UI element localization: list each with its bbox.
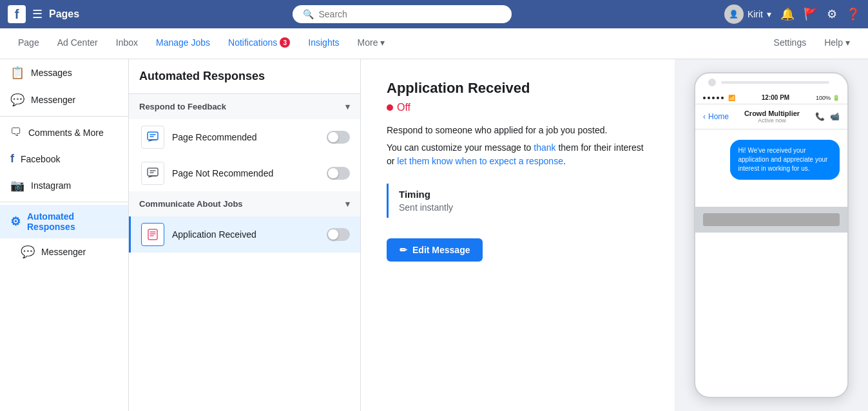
nav-settings[interactable]: Settings — [766, 30, 815, 57]
nav-insights[interactable]: Insights — [300, 30, 347, 57]
keyboard-visual — [703, 213, 840, 226]
gear-icon[interactable]: ⚙ — [827, 7, 837, 21]
section-respond-feedback[interactable]: Respond to Feedback ▾ — [129, 94, 360, 119]
video-call-icon[interactable]: 📹 — [830, 112, 840, 121]
svg-rect-2 — [148, 229, 157, 240]
nav-right: Settings Help ▾ — [766, 30, 858, 57]
phone-status-bar: 📶 12:00 PM 100% 🔋 — [695, 91, 847, 104]
flag-icon[interactable]: 🚩 — [804, 7, 818, 21]
section-communicate-jobs[interactable]: Communicate About Jobs ▾ — [129, 191, 360, 216]
bell-icon[interactable]: 🔔 — [780, 7, 795, 21]
application-received-icon — [141, 223, 164, 246]
section-respond-feedback-label: Respond to Feedback — [139, 102, 226, 111]
sidebar-label-facebook: Facebook — [21, 154, 60, 164]
sidebar-label-comments: Comments & More — [28, 128, 104, 138]
nav-notifications[interactable]: Notifications 3 — [220, 30, 298, 57]
sidebar-item-messenger-sub[interactable]: 💬 Messenger — [0, 238, 128, 265]
messenger-header: ‹ Home Crowd Multiplier Active now 📞 📹 — [695, 104, 847, 129]
sidebar-label-messenger-sub: Messenger — [41, 247, 86, 257]
timing-value: Sent instantly — [399, 202, 639, 213]
messenger-status: Active now — [744, 117, 800, 124]
let-know-link[interactable]: let them know when to expect a response — [397, 156, 563, 166]
phone-preview: 📶 12:00 PM 100% 🔋 ‹ Home Crowd Multiplie… — [675, 59, 868, 411]
nav-ad-center[interactable]: Ad Center — [50, 30, 106, 57]
status-label: Off — [397, 102, 410, 113]
top-bar-right: 👤 Kirit ▾ 🔔 🚩 ⚙ ❓ — [724, 5, 860, 24]
response-page-recommended[interactable]: Page Recommended — [129, 119, 360, 155]
page-recommended-toggle[interactable] — [327, 131, 350, 144]
timing-title: Timing — [399, 189, 639, 200]
status-dot — [387, 104, 393, 111]
phone-frame: 📶 12:00 PM 100% 🔋 ‹ Home Crowd Multiplie… — [694, 72, 849, 398]
middle-panel: Automated Responses Respond to Feedback … — [129, 59, 361, 411]
chevron-down-icon: ▾ — [767, 9, 771, 19]
back-button[interactable]: ‹ Home — [703, 112, 729, 121]
user-pill[interactable]: 👤 Kirit ▾ — [724, 5, 771, 24]
phone-call-icon[interactable]: 📞 — [815, 112, 825, 121]
left-sidebar: 📋 Messages 💬 Messenger 🗨 Comments & More… — [0, 59, 129, 411]
sidebar-label-automated-responses: Automated Responses — [27, 211, 118, 232]
hamburger-menu[interactable]: ☰ — [32, 7, 43, 21]
sidebar-item-automated-responses[interactable]: ⚙ Automated Responses — [0, 205, 128, 238]
battery-icon: 🔋 — [833, 95, 840, 101]
edit-message-label: Edit Message — [412, 245, 470, 255]
phone-time: 12:00 PM — [762, 94, 789, 101]
page-not-recommended-label: Page Not Recommended — [172, 168, 319, 178]
main-layout: 📋 Messages 💬 Messenger 🗨 Comments & More… — [0, 59, 868, 411]
wifi-icon: 📶 — [728, 95, 735, 101]
search-icon: 🔍 — [303, 9, 314, 19]
edit-message-button[interactable]: ✏ Edit Message — [387, 238, 483, 262]
chat-bubble: Hi! We've received your application and … — [730, 140, 840, 180]
help-icon[interactable]: ❓ — [846, 7, 860, 21]
avatar: 👤 — [724, 5, 744, 24]
response-page-not-recommended[interactable]: Page Not Recommended — [129, 155, 360, 191]
help-chevron-icon: ▾ — [845, 37, 850, 48]
application-received-toggle[interactable] — [327, 228, 350, 241]
nav-page[interactable]: Page — [10, 30, 47, 57]
secondary-nav: Page Ad Center Inbox Manage Jobs Notific… — [0, 28, 868, 59]
edit-pencil-icon: ✏ — [400, 245, 407, 255]
nav-help[interactable]: Help ▾ — [816, 30, 858, 57]
user-name: Kirit — [747, 9, 763, 19]
sidebar-label-messages: Messages — [31, 68, 72, 78]
section-communicate-jobs-chevron: ▾ — [345, 199, 350, 209]
page-not-recommended-toggle[interactable] — [327, 167, 350, 180]
pages-label: Pages — [49, 8, 79, 20]
page-not-recommended-icon — [141, 162, 164, 185]
messenger-title: Crowd Multiplier Active now — [744, 110, 800, 124]
page-recommended-icon — [141, 126, 164, 149]
comments-icon: 🗨 — [10, 126, 22, 139]
thank-link[interactable]: thank — [534, 142, 555, 153]
nav-manage-jobs[interactable]: Manage Jobs — [148, 30, 218, 57]
sidebar-item-instagram[interactable]: 📷 Instagram — [0, 172, 128, 199]
more-chevron-icon: ▾ — [380, 37, 385, 48]
svg-rect-0 — [148, 132, 158, 140]
keyboard-placeholder — [695, 207, 847, 233]
back-chevron-icon: ‹ — [703, 112, 706, 121]
phone-signal-dots: 📶 — [703, 95, 735, 101]
nav-inbox[interactable]: Inbox — [108, 30, 146, 57]
sidebar-item-facebook[interactable]: f Facebook — [0, 146, 128, 172]
section-respond-feedback-chevron: ▾ — [345, 102, 350, 111]
phone-top-decoration — [695, 73, 847, 91]
sidebar-item-comments[interactable]: 🗨 Comments & More — [0, 119, 128, 146]
phone-line — [721, 81, 829, 84]
description: Respond to someone who applied for a job… — [387, 124, 649, 137]
page-recommended-label: Page Recommended — [172, 132, 319, 142]
section-communicate-jobs-label: Communicate About Jobs — [139, 199, 243, 209]
messages-icon: 📋 — [10, 66, 24, 80]
svg-rect-1 — [148, 168, 158, 176]
customize-text: You can customize your message to thank … — [387, 141, 649, 168]
search-box: 🔍 — [293, 5, 512, 23]
content-title: Application Received — [387, 80, 649, 97]
top-bar-left: f ☰ Pages — [8, 5, 79, 23]
sidebar-item-messages[interactable]: 📋 Messages — [0, 59, 128, 86]
nav-more[interactable]: More ▾ — [350, 30, 393, 57]
facebook-logo[interactable]: f — [8, 5, 26, 23]
response-application-received[interactable]: Application Received — [129, 216, 360, 253]
messenger-icon: 💬 — [10, 93, 24, 107]
panel-title: Automated Responses — [129, 59, 360, 94]
search-input[interactable] — [319, 9, 501, 19]
sidebar-item-messenger[interactable]: 💬 Messenger — [0, 86, 128, 113]
phone-circle-left — [708, 79, 716, 86]
